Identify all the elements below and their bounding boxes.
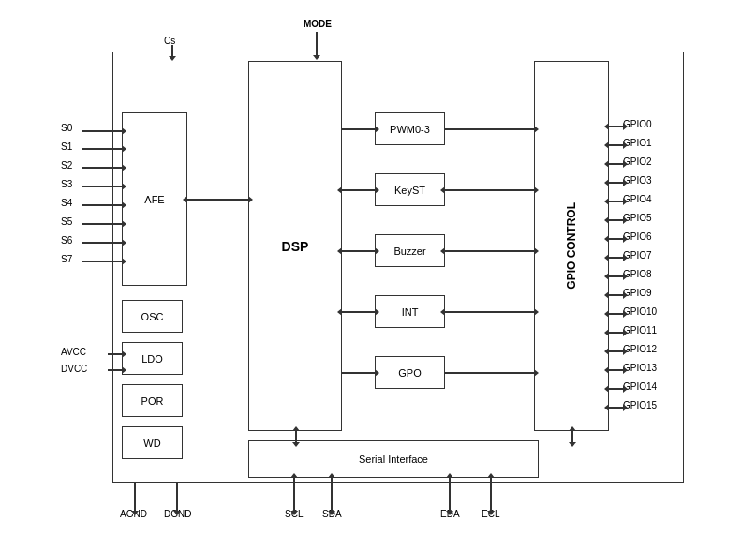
int-block: INT xyxy=(375,295,445,328)
dsp-label: DSP xyxy=(282,239,309,254)
gpio5-arrow xyxy=(609,219,623,221)
gpio0-arrow xyxy=(609,126,623,127)
gpio6-arrow xyxy=(609,238,623,240)
gpio9-arrow xyxy=(609,294,623,296)
gpio14-arrow xyxy=(609,388,623,390)
gpio10-arrow xyxy=(609,313,623,315)
scl-line xyxy=(293,478,295,511)
buzzer-block: Buzzer xyxy=(375,234,445,267)
dgnd-line xyxy=(176,483,178,511)
agnd-line xyxy=(134,483,136,511)
gpio-serial-arrow xyxy=(571,431,573,442)
dvcc-label: DVCC xyxy=(61,364,87,374)
cs-label: Cs xyxy=(164,36,175,46)
keyst-block: KeyST xyxy=(375,173,445,206)
pwm-gpio-arrow xyxy=(445,128,534,130)
s7-label: S7 xyxy=(61,254,72,264)
gpio7-arrow xyxy=(609,257,623,259)
s6-arrow xyxy=(82,242,122,244)
por-label: POR xyxy=(141,395,164,407)
ldo-label: LDO xyxy=(141,353,163,365)
s3-arrow xyxy=(82,186,122,187)
pwm-block: PWM0-3 xyxy=(375,112,445,145)
buzzer-gpio-arrow xyxy=(445,250,534,252)
s7-arrow xyxy=(82,261,122,262)
gpio1-arrow xyxy=(609,144,623,146)
s4-arrow xyxy=(82,204,122,206)
afe-block: AFE xyxy=(122,112,187,286)
gpo-block: GPO xyxy=(375,356,445,389)
gpo-gpio-arrow xyxy=(445,372,534,374)
ecl-line xyxy=(490,478,492,511)
osc-block: OSC xyxy=(122,300,183,333)
gpo-label: GPO xyxy=(398,367,421,379)
dvcc-arrow xyxy=(108,369,122,371)
gpio12-label: GPIO12 xyxy=(623,344,657,354)
keyst-gpio-arrow xyxy=(445,189,534,191)
gpio2-arrow xyxy=(609,163,623,165)
avcc-arrow xyxy=(108,353,122,355)
gpio13-label: GPIO13 xyxy=(623,363,657,373)
s0-arrow xyxy=(82,130,122,132)
por-block: POR xyxy=(122,384,183,417)
gpio11-label: GPIO11 xyxy=(623,325,657,335)
afe-dsp-arrow xyxy=(187,199,248,201)
gpio-control-block: GPIO CONTROL xyxy=(534,61,609,431)
s3-label: S3 xyxy=(61,179,72,189)
dsp-int-arrow xyxy=(342,311,375,313)
gpio8-arrow xyxy=(609,275,623,277)
buzzer-label: Buzzer xyxy=(393,246,425,257)
wd-label: WD xyxy=(143,438,160,449)
gpio4-arrow xyxy=(609,201,623,202)
s5-label: S5 xyxy=(61,216,72,227)
s1-label: S1 xyxy=(61,141,72,152)
gpio12-arrow xyxy=(609,350,623,352)
ldo-block: LDO xyxy=(122,342,183,375)
int-label: INT xyxy=(402,306,419,318)
mode-label: MODE xyxy=(304,19,332,29)
keyst-label: KeyST xyxy=(394,185,425,196)
gpio14-label: GPIO14 xyxy=(623,381,657,392)
s0-label: S0 xyxy=(61,123,72,133)
gpio11-arrow xyxy=(609,332,623,334)
s1-arrow xyxy=(82,148,122,150)
s5-arrow xyxy=(82,223,122,225)
eda-line xyxy=(449,478,451,511)
gpio15-arrow xyxy=(609,407,623,409)
s4-label: S4 xyxy=(61,198,72,208)
avcc-label: AVCC xyxy=(61,347,86,357)
wd-block: WD xyxy=(122,426,183,459)
gpio13-arrow xyxy=(609,369,623,371)
gpio15-label: GPIO15 xyxy=(623,400,657,410)
pwm-label: PWM0-3 xyxy=(390,124,430,135)
osc-label: OSC xyxy=(141,311,164,322)
dsp-block: DSP xyxy=(248,61,342,431)
int-gpio-arrow xyxy=(445,311,534,313)
gpio-control-label: GPIO CONTROL xyxy=(565,202,578,290)
cs-line xyxy=(171,45,173,56)
diagram-container: Cs MODE AFE DSP GPIO CONTROL OSC LDO POR… xyxy=(0,0,756,536)
s2-arrow xyxy=(82,167,122,169)
dsp-pwm-arrow xyxy=(342,128,375,130)
dsp-buzzer-arrow xyxy=(342,250,375,252)
dsp-serial-arrow xyxy=(295,431,297,442)
gpio10-label: GPIO10 xyxy=(623,306,657,317)
gpio3-arrow xyxy=(609,182,623,184)
mode-line xyxy=(316,32,318,55)
dsp-gpo-arrow xyxy=(342,372,375,374)
sda-line xyxy=(331,478,333,511)
afe-label: AFE xyxy=(144,194,164,205)
s2-label: S2 xyxy=(61,160,72,171)
s6-label: S6 xyxy=(61,235,72,246)
serial-label: Serial Interface xyxy=(359,454,428,465)
dsp-keyst-arrow xyxy=(342,189,375,191)
